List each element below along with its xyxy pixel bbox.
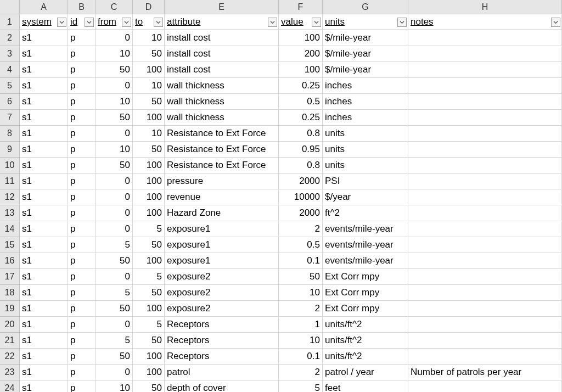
cell-F15[interactable]: 0.5 [279, 237, 323, 253]
cell-G5[interactable]: inches [323, 78, 408, 94]
cell-H22[interactable] [408, 349, 562, 365]
cell-H5[interactable] [408, 78, 562, 94]
cell-D21[interactable]: 50 [133, 333, 165, 349]
cell-A18[interactable]: s1 [20, 285, 68, 301]
cell-G8[interactable]: units [323, 126, 408, 142]
cell-A6[interactable]: s1 [20, 94, 68, 110]
cell-F5[interactable]: 0.25 [279, 78, 323, 94]
cell-A2[interactable]: s1 [20, 30, 68, 46]
cell-E17[interactable]: exposure2 [165, 269, 279, 285]
spreadsheet-grid[interactable]: ABCDEFGH1systemidfromtoattributevalueuni… [0, 0, 562, 392]
cell-C10[interactable]: 50 [95, 158, 133, 173]
cell-B15[interactable]: p [68, 237, 95, 253]
cell-F17[interactable]: 50 [279, 269, 323, 285]
cell-E8[interactable]: Resistance to Ext Force [165, 126, 279, 142]
cell-F23[interactable]: 2 [279, 365, 323, 380]
cell-B21[interactable]: p [68, 333, 95, 349]
cell-H11[interactable] [408, 173, 562, 189]
cell-G7[interactable]: inches [323, 110, 408, 126]
cell-H20[interactable] [408, 317, 562, 333]
cell-G16[interactable]: events/mile-year [323, 253, 408, 269]
cell-D22[interactable]: 100 [133, 349, 165, 365]
cell-C19[interactable]: 50 [95, 301, 133, 317]
cell-G6[interactable]: inches [323, 94, 408, 110]
filter-button-C[interactable] [122, 18, 131, 27]
filter-button-F[interactable] [312, 18, 321, 27]
filter-button-E[interactable] [268, 18, 277, 27]
cell-D16[interactable]: 100 [133, 253, 165, 269]
header-cell-id[interactable]: id [68, 14, 95, 30]
col-header-B[interactable]: B [68, 0, 95, 14]
cell-C7[interactable]: 50 [95, 110, 133, 126]
cell-F8[interactable]: 0.8 [279, 126, 323, 142]
cell-H2[interactable] [408, 30, 562, 46]
filter-button-D[interactable] [154, 18, 163, 27]
row-header-2[interactable]: 2 [0, 30, 20, 46]
cell-C22[interactable]: 50 [95, 349, 133, 365]
cell-A4[interactable]: s1 [20, 62, 68, 78]
row-header-12[interactable]: 12 [0, 189, 20, 205]
cell-D23[interactable]: 100 [133, 365, 165, 380]
cell-D7[interactable]: 100 [133, 110, 165, 126]
cell-D14[interactable]: 5 [133, 221, 165, 237]
cell-B24[interactable]: p [68, 380, 95, 392]
cell-D8[interactable]: 10 [133, 126, 165, 142]
filter-button-B[interactable] [85, 18, 94, 27]
row-header-3[interactable]: 3 [0, 46, 20, 62]
cell-G17[interactable]: Ext Corr mpy [323, 269, 408, 285]
row-header-21[interactable]: 21 [0, 333, 20, 349]
cell-C21[interactable]: 5 [95, 333, 133, 349]
cell-E19[interactable]: exposure2 [165, 301, 279, 317]
cell-G18[interactable]: Ext Corr mpy [323, 285, 408, 301]
cell-F11[interactable]: 2000 [279, 173, 323, 189]
cell-G23[interactable]: patrol / year [323, 365, 408, 380]
cell-A23[interactable]: s1 [20, 365, 68, 380]
cell-H16[interactable] [408, 253, 562, 269]
row-header-19[interactable]: 19 [0, 301, 20, 317]
cell-C18[interactable]: 5 [95, 285, 133, 301]
row-header-1[interactable]: 1 [0, 14, 20, 30]
cell-D12[interactable]: 100 [133, 189, 165, 205]
cell-B19[interactable]: p [68, 301, 95, 317]
cell-A14[interactable]: s1 [20, 221, 68, 237]
cell-F13[interactable]: 2000 [279, 205, 323, 221]
row-header-20[interactable]: 20 [0, 317, 20, 333]
cell-G12[interactable]: $/year [323, 189, 408, 205]
cell-B2[interactable]: p [68, 30, 95, 46]
cell-H7[interactable] [408, 110, 562, 126]
cell-D18[interactable]: 50 [133, 285, 165, 301]
cell-B5[interactable]: p [68, 78, 95, 94]
cell-B9[interactable]: p [68, 142, 95, 158]
cell-C14[interactable]: 0 [95, 221, 133, 237]
cell-F2[interactable]: 100 [279, 30, 323, 46]
cell-A5[interactable]: s1 [20, 78, 68, 94]
cell-B18[interactable]: p [68, 285, 95, 301]
col-header-H[interactable]: H [408, 0, 562, 14]
header-cell-notes[interactable]: notes [408, 14, 562, 30]
row-header-4[interactable]: 4 [0, 62, 20, 78]
cell-G22[interactable]: units/ft^2 [323, 349, 408, 365]
cell-H9[interactable] [408, 142, 562, 158]
cell-F20[interactable]: 1 [279, 317, 323, 333]
cell-B13[interactable]: p [68, 205, 95, 221]
cell-B14[interactable]: p [68, 221, 95, 237]
row-header-24[interactable]: 24 [0, 380, 20, 392]
cell-B3[interactable]: p [68, 46, 95, 62]
cell-C15[interactable]: 5 [95, 237, 133, 253]
cell-F14[interactable]: 2 [279, 221, 323, 237]
cell-D20[interactable]: 5 [133, 317, 165, 333]
cell-G14[interactable]: events/mile-year [323, 221, 408, 237]
cell-A9[interactable]: s1 [20, 142, 68, 158]
cell-H23[interactable]: Number of patrols per year [408, 365, 562, 380]
cell-D2[interactable]: 10 [133, 30, 165, 46]
header-cell-from[interactable]: from [95, 14, 133, 30]
cell-H4[interactable] [408, 62, 562, 78]
filter-button-A[interactable] [57, 18, 66, 27]
cell-H15[interactable] [408, 237, 562, 253]
cell-C24[interactable]: 10 [95, 380, 133, 392]
cell-F4[interactable]: 100 [279, 62, 323, 78]
row-header-22[interactable]: 22 [0, 349, 20, 365]
row-header-9[interactable]: 9 [0, 142, 20, 158]
row-header-5[interactable]: 5 [0, 78, 20, 94]
cell-E2[interactable]: install cost [165, 30, 279, 46]
